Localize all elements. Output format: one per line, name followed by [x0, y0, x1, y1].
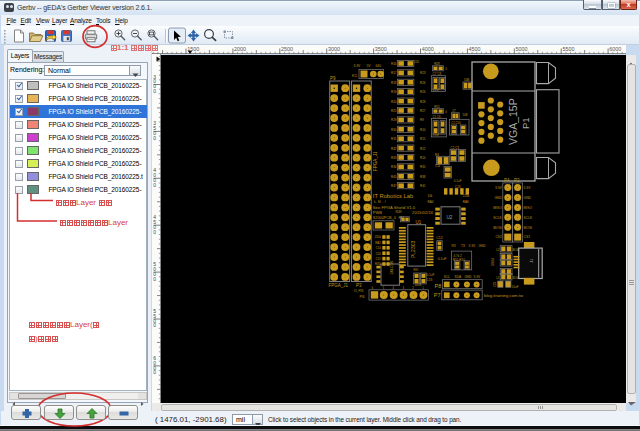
svg-text:GND4: GND4 [491, 258, 495, 266]
svg-text:3.3V: 3.3V [469, 244, 476, 248]
svg-text:R15: R15 [420, 137, 426, 141]
svg-text:P3: P3 [356, 283, 362, 288]
svg-text:R41: R41 [420, 184, 426, 188]
svg-text:2000: 2000 [234, 46, 246, 52]
svg-text:PL2303: PL2303 [410, 241, 416, 258]
svg-text:3.3V: 3.3V [474, 275, 481, 279]
svg-text:220k: 220k [375, 235, 382, 239]
svg-text:CS1: CS1 [524, 235, 531, 239]
svg-text:50B: 50B [464, 78, 469, 82]
svg-text:IT Robotics Lab: IT Robotics Lab [373, 193, 414, 199]
svg-text:0: 0 [153, 229, 156, 235]
svg-text:R20: R20 [391, 100, 397, 104]
svg-text:RXI: RXI [414, 268, 419, 272]
svg-text:0.1uF: 0.1uF [438, 257, 447, 261]
svg-text:24LC08: 24LC08 [390, 261, 394, 274]
svg-text:R34: R34 [391, 165, 397, 169]
svg-text:FPGA_J1: FPGA_J1 [329, 283, 349, 288]
svg-text:R4: R4 [435, 153, 439, 157]
svg-text:R35: R35 [420, 165, 426, 169]
svg-text:SDA: SDA [455, 275, 462, 279]
svg-text:MISO: MISO [524, 206, 533, 210]
svg-text:R18: R18 [391, 81, 397, 85]
svg-text:0.1uF: 0.1uF [433, 133, 440, 137]
svg-text:CS2: CS2 [495, 235, 502, 239]
svg-text:C18: C18 [427, 278, 433, 282]
svg-text:6000: 6000 [609, 46, 621, 52]
svg-text:10uF: 10uF [512, 285, 519, 289]
svg-text:MOSI: MOSI [524, 226, 533, 230]
svg-text:R32: R32 [391, 147, 397, 151]
svg-text:R14: R14 [420, 156, 426, 160]
svg-text:S2000PCB_0: S2000PCB_0 [373, 216, 396, 220]
svg-text:P6: P6 [360, 294, 366, 299]
svg-text:0.2uF: 0.2uF [433, 88, 440, 92]
svg-text:P4: P4 [504, 178, 510, 183]
svg-text:3.3V: 3.3V [495, 186, 503, 190]
svg-text:R17: R17 [391, 71, 397, 75]
svg-text:SCLK: SCLK [493, 216, 502, 220]
svg-text:R47: R47 [391, 184, 397, 188]
svg-text:P7: P7 [434, 292, 441, 298]
svg-text:blog.itraining.com.tw: blog.itraining.com.tw [484, 293, 524, 298]
svg-text:P1: P1 [520, 117, 531, 129]
svg-text:GND: GND [479, 244, 487, 248]
svg-text:TX: TX [461, 244, 466, 248]
svg-text:RX: RX [452, 244, 457, 248]
svg-text:2015/02/16: 2015/02/16 [412, 210, 434, 215]
svg-text:0.1uF: 0.1uF [454, 179, 462, 183]
svg-text:4000: 4000 [422, 46, 434, 52]
svg-text:P8: P8 [435, 283, 442, 289]
svg-text:0: 0 [153, 276, 156, 282]
svg-text:2500: 2500 [281, 46, 293, 52]
svg-text:GND: GND [465, 275, 473, 279]
svg-text:R25: R25 [391, 109, 397, 113]
svg-text:R10: R10 [420, 128, 426, 132]
svg-text:4500: 4500 [469, 46, 481, 52]
svg-text:10k: 10k [428, 194, 433, 198]
svg-text:640: 640 [376, 64, 382, 68]
svg-text:220: 220 [414, 60, 419, 64]
svg-text:SCL: SCL [444, 275, 450, 279]
svg-text:R29: R29 [391, 118, 397, 122]
svg-text:P9: P9 [330, 76, 336, 81]
svg-text:C13: C13 [455, 185, 461, 189]
svg-text:K1: K1 [352, 73, 358, 78]
svg-text:3500: 3500 [375, 46, 387, 52]
svg-text:R26: R26 [420, 90, 426, 94]
svg-text:5500: 5500 [562, 46, 574, 52]
svg-text:C11: C11 [435, 164, 441, 168]
svg-text:0: 0 [153, 135, 156, 141]
svg-text:3.3V: 3.3V [354, 64, 362, 68]
svg-text:R28: R28 [420, 100, 426, 104]
svg-text:C12: C12 [436, 236, 442, 240]
svg-text:C14: C14 [376, 246, 382, 250]
svg-text:FPGA_J1: FPGA_J1 [373, 151, 378, 171]
svg-text:0: 0 [153, 182, 156, 188]
svg-text:0: 0 [445, 67, 447, 71]
svg-text:222k: 222k [415, 283, 422, 287]
svg-text:0: 0 [153, 369, 156, 375]
svg-text:RA4: RA4 [428, 200, 434, 204]
svg-text:R49: R49 [396, 210, 402, 214]
svg-text:RXD: RXD [375, 262, 381, 266]
svg-text:3000: 3000 [328, 46, 340, 52]
svg-text:PWB: PWB [373, 210, 382, 215]
svg-text:5000: 5000 [516, 46, 528, 52]
svg-text:R27: R27 [420, 109, 426, 113]
svg-text:SCLK: SCLK [524, 216, 533, 220]
svg-text:U1: U1 [416, 220, 422, 225]
svg-text:0: 0 [153, 88, 156, 94]
svg-text:220k: 220k [463, 194, 470, 198]
svg-text:508: 508 [463, 113, 468, 117]
svg-text:U2: U2 [447, 215, 453, 220]
svg-text:0.1uF: 0.1uF [427, 273, 435, 277]
svg-text:IO_PIN: IO_PIN [354, 289, 363, 293]
svg-text:L2: L2 [496, 248, 500, 252]
svg-text:5V: 5V [367, 64, 372, 68]
svg-text:VGA_15P: VGA_15P [507, 98, 519, 145]
svg-text:GND: GND [524, 196, 532, 200]
svg-text:MOSI: MOSI [493, 226, 502, 230]
svg-text:C1 C50: C1 C50 [451, 121, 461, 125]
svg-text:C19: C19 [493, 281, 497, 287]
